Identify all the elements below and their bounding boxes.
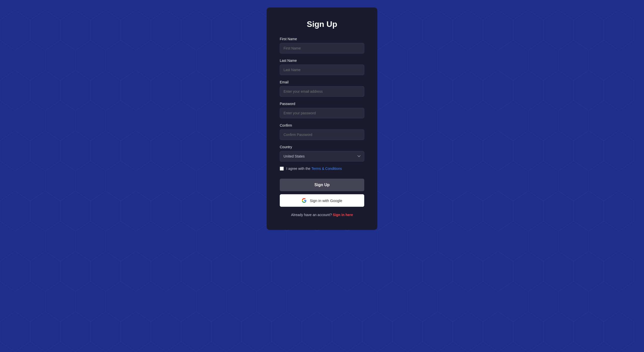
- email-label: Email: [280, 80, 364, 84]
- terms-link[interactable]: Terms & Conditions: [311, 167, 342, 171]
- google-button-text: Sign in with Google: [310, 198, 342, 203]
- google-icon: [302, 198, 307, 203]
- confirm-input[interactable]: [280, 129, 364, 140]
- confirm-label: Confirm: [280, 123, 364, 127]
- email-input[interactable]: [280, 86, 364, 97]
- last-name-field-group: Last Name: [280, 59, 364, 75]
- already-text: Already have an account?: [291, 213, 332, 217]
- signup-card: Sign Up First Name Last Name Email Passw…: [267, 8, 377, 230]
- last-name-input[interactable]: [280, 65, 364, 75]
- last-name-label: Last Name: [280, 59, 364, 63]
- terms-checkbox[interactable]: [280, 167, 284, 171]
- country-select[interactable]: United States: [280, 151, 364, 162]
- signin-row: Already have an account? Sign in here: [280, 213, 364, 217]
- terms-text: I agree with the Terms & Conditions: [286, 167, 342, 171]
- first-name-input[interactable]: [280, 43, 364, 54]
- password-label: Password: [280, 102, 364, 106]
- first-name-label: First Name: [280, 37, 364, 41]
- page-title: Sign Up: [280, 20, 364, 29]
- google-signin-button[interactable]: Sign in with Google: [280, 194, 364, 207]
- terms-row: I agree with the Terms & Conditions: [280, 167, 364, 171]
- email-field-group: Email: [280, 80, 364, 97]
- country-field-group: Country United States: [280, 145, 364, 162]
- first-name-field-group: First Name: [280, 37, 364, 54]
- signin-link[interactable]: Sign in here: [333, 213, 353, 217]
- country-label: Country: [280, 145, 364, 149]
- password-input[interactable]: [280, 108, 364, 118]
- signup-button[interactable]: Sign Up: [280, 179, 364, 191]
- confirm-field-group: Confirm: [280, 123, 364, 140]
- password-field-group: Password: [280, 102, 364, 118]
